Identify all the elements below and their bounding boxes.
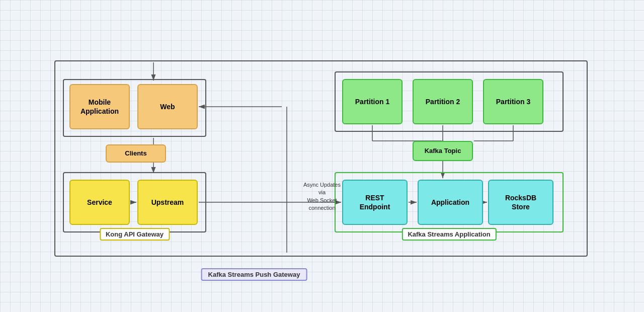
- partition1-node: Partition 1: [342, 79, 403, 124]
- mobile-application-node: MobileApplication: [69, 84, 130, 129]
- clients-node: Clients: [106, 144, 166, 163]
- application-node: Application: [418, 180, 483, 225]
- application-label: Application: [431, 198, 469, 207]
- kafka-streams-app-label: Kafka Streams Application: [401, 228, 496, 241]
- diagram-container: MobileApplication Web Clients Kong API G…: [54, 60, 588, 257]
- rocks-store-node: RocksDBStore: [488, 180, 553, 225]
- web-node: Web: [137, 84, 198, 129]
- partition3-label: Partition 3: [496, 97, 530, 106]
- rest-endpoint-label: RESTEndpoint: [360, 193, 390, 211]
- mobile-application-label: MobileApplication: [80, 98, 119, 116]
- async-updates-label: Async UpdatesviaWeb Socketconnection: [302, 181, 342, 212]
- rest-endpoint-node: RESTEndpoint: [342, 180, 408, 225]
- partition3-node: Partition 3: [483, 79, 543, 124]
- clients-label: Clients: [125, 149, 146, 158]
- kafka-topic-node: Kafka Topic: [413, 141, 473, 161]
- kafka-topic-label: Kafka Topic: [425, 147, 461, 155]
- partition1-label: Partition 1: [355, 97, 389, 106]
- service-label: Service: [87, 198, 112, 207]
- partition2-node: Partition 2: [413, 79, 473, 124]
- web-label: Web: [160, 102, 175, 111]
- service-node: Service: [69, 180, 130, 225]
- partition2-label: Partition 2: [426, 97, 460, 106]
- kong-api-gateway-label: Kong API Gateway: [100, 228, 170, 241]
- rocks-store-label: RocksDBStore: [505, 193, 536, 211]
- kafka-streams-push-gateway-label: Kafka Streams Push Gateway: [201, 268, 307, 281]
- upstream-node: Upstream: [137, 180, 198, 225]
- upstream-label: Upstream: [151, 198, 184, 207]
